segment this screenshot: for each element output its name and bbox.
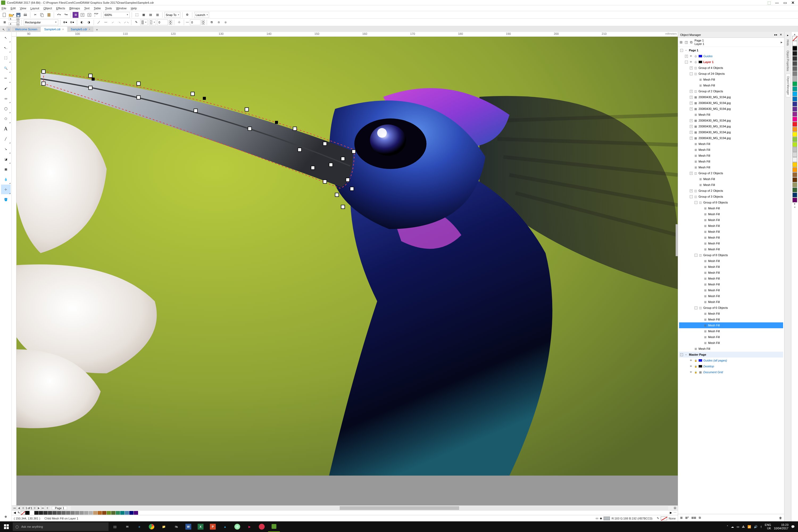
color-swatch[interactable] (793, 167, 797, 172)
mesh-fill-icon[interactable]: ⊞ (703, 318, 707, 321)
fullscreen-button[interactable]: ⛶ (134, 12, 140, 18)
color-swatch[interactable] (793, 46, 797, 51)
om-layer-mgr[interactable]: ⧉ (690, 40, 692, 44)
color-swatch[interactable] (793, 41, 797, 46)
tree-row[interactable]: ⊞Mesh Fill (679, 270, 783, 276)
tree-row[interactable]: -◫Group of 24 Objects (679, 71, 783, 77)
tree-row[interactable]: 👁🔒Guides (all pages) (679, 358, 783, 363)
ellipse-tool[interactable]: ◯ (1, 104, 11, 113)
scrollbar-v-thumb[interactable] (676, 224, 678, 256)
doc-color-swatch[interactable] (102, 511, 107, 515)
tree-row[interactable]: ⊞Mesh Fill (679, 229, 783, 234)
no-color-swatch[interactable] (21, 511, 25, 515)
expand-toggle[interactable]: + (685, 55, 688, 58)
expand-toggle[interactable]: - (695, 254, 698, 257)
quick-customize-button[interactable]: ⊕ (1, 512, 11, 521)
tree-row[interactable]: ⊞Mesh Fill (679, 334, 783, 340)
mesh-fill-icon[interactable]: ⊞ (703, 294, 707, 298)
mesh-fill-icon[interactable]: ⊞ (699, 183, 702, 187)
visibility-icon[interactable]: 👁 (689, 371, 693, 374)
taskbar-app3[interactable] (256, 521, 268, 532)
mesh-fill-icon[interactable]: ⊞ (703, 329, 707, 333)
group-icon[interactable]: ◫ (694, 90, 698, 93)
expand-toggle[interactable]: + (690, 96, 693, 99)
tree-row[interactable]: ⊞Mesh Fill (679, 276, 783, 281)
status-outline-swatch[interactable] (661, 517, 667, 520)
doc-tab-2[interactable]: Sample5.cdr× (68, 26, 94, 32)
tree-row[interactable]: -◫Group of 3 Objects (679, 194, 783, 200)
layer-color-swatch[interactable] (699, 365, 702, 367)
dock-tab-object-manager[interactable]: Object Manager (786, 74, 790, 97)
node-tool-2[interactable]: ◑ (86, 19, 92, 25)
menu-view[interactable]: View (20, 7, 26, 10)
mesh-fill-icon[interactable]: ⊞ (694, 142, 698, 146)
grid-cols-spinner[interactable]: ▴▾ (17, 17, 20, 22)
add-node-button[interactable]: ⊕● (62, 19, 68, 25)
tree-row[interactable]: ⊞Mesh Fill (679, 317, 783, 322)
layer-color-swatch[interactable] (699, 55, 702, 57)
doc-color-swatch[interactable] (66, 511, 70, 515)
tray-battery-icon[interactable]: ▭ (737, 525, 739, 529)
close-button[interactable]: ✕ (789, 1, 797, 5)
copy-mesh-button[interactable]: ⧉ (209, 19, 215, 25)
mesh-fill-icon[interactable]: ⊞ (703, 236, 707, 240)
mesh-fill-color[interactable]: ▾ (140, 19, 148, 25)
visibility-icon[interactable]: 👁 (689, 55, 693, 57)
tree-row[interactable]: ⊞Mesh Fill (679, 176, 783, 182)
tree-row[interactable]: ⊞Mesh Fill (679, 258, 783, 264)
color-swatch[interactable] (793, 112, 797, 116)
tree-row[interactable]: 👁🔒Desktop (679, 363, 783, 369)
color-swatch[interactable] (793, 162, 797, 167)
freehand-tool[interactable]: ✏ (1, 73, 11, 83)
shape-tool[interactable]: ↖. (1, 43, 11, 53)
om-edit-layers[interactable]: ◫ (685, 40, 688, 44)
taskbar-app1[interactable]: ▲ (219, 521, 231, 532)
mesh-fill-icon[interactable]: ⊞ (694, 166, 698, 169)
tree-row[interactable]: ⊞Mesh Fill (679, 234, 783, 241)
doc-color-swatch[interactable] (48, 511, 52, 515)
grid-icon[interactable]: ▦ (699, 370, 702, 374)
tree-row[interactable]: ⊞Mesh Fill (679, 346, 783, 352)
task-view-button[interactable]: ▯▯ (109, 521, 121, 532)
canvas[interactable] (17, 37, 678, 506)
expand-toggle[interactable]: + (690, 131, 693, 134)
panel-close-icon[interactable]: ✕ (780, 33, 782, 36)
tab-close-icon[interactable]: × (89, 28, 91, 31)
mesh-fill-icon[interactable]: ⊞ (703, 218, 707, 222)
color-swatch[interactable] (793, 71, 797, 76)
minimize-button[interactable]: — (773, 1, 781, 5)
polygon-tool[interactable]: ⬠ (1, 114, 11, 124)
group-icon[interactable]: ◫ (699, 201, 702, 204)
mesh-fill-icon[interactable]: ⊞ (703, 230, 707, 233)
color-swatch[interactable] (793, 142, 797, 147)
tree-row[interactable]: +▦20080430_MG_9194.jpg (679, 100, 783, 106)
color-swatch[interactable] (793, 183, 797, 187)
taskbar-coreldraw[interactable] (268, 521, 280, 532)
smart-fill-tool[interactable]: 🪣 (1, 195, 11, 204)
tree-row[interactable]: +▦20080430_MG_9194.jpg (679, 118, 783, 124)
expand-toggle[interactable]: + (690, 90, 693, 93)
redo-button[interactable]: ↷▾ (63, 12, 69, 18)
clear-mesh-button[interactable]: ⧈ (216, 19, 222, 25)
taskbar-mail[interactable]: ✉ (121, 521, 133, 532)
mesh-fill-icon[interactable]: ⊞ (703, 248, 707, 251)
cut-button[interactable]: ✂ (32, 12, 38, 18)
color-swatch[interactable] (793, 127, 797, 132)
lock-icon[interactable]: 🔒 (694, 371, 698, 374)
curve-sym-button[interactable]: ⟋⟍ (124, 19, 129, 25)
image-icon[interactable]: ▦ (694, 95, 698, 99)
start-button[interactable] (1, 521, 12, 532)
taskbar-app2[interactable] (231, 521, 243, 532)
tree-row[interactable]: +▦20080430_MG_9194.jpg (679, 129, 783, 135)
grid-cols-input[interactable] (8, 17, 17, 20)
mesh-fill-icon[interactable]: ⊞ (694, 154, 698, 157)
tablet-icon[interactable]: ▭ (595, 517, 598, 520)
tree-row[interactable]: ⊞Mesh Fill (679, 340, 783, 346)
curve-line-button[interactable]: ／ (96, 19, 101, 25)
tree-row[interactable]: ⊞Mesh Fill (679, 322, 783, 328)
color-swatch[interactable] (793, 172, 797, 177)
om-new-master-layer[interactable]: ⊞* (685, 516, 689, 519)
tree-row[interactable]: -◫Group of 8 Objects (679, 200, 783, 205)
tab-home[interactable]: ⌂ (6, 26, 12, 32)
selection-mode-dropdown[interactable]: Rectangular▼ (24, 19, 58, 25)
